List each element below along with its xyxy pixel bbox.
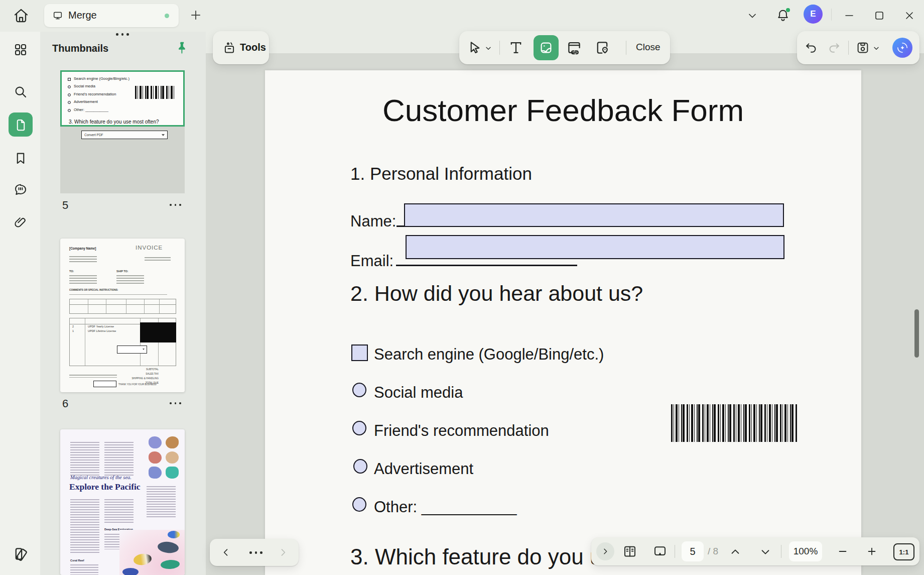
name-input-field[interactable] [404, 203, 784, 227]
ai-assistant-button[interactable] [892, 38, 912, 58]
close-tools-button[interactable]: Close [636, 42, 661, 53]
palette-icon [12, 545, 29, 562]
document-tab[interactable]: Merge [44, 4, 179, 27]
sidebar-item-attachments[interactable] [13, 215, 28, 230]
invoice-total-row: SALES TAX [120, 373, 159, 375]
home-button[interactable] [12, 7, 30, 25]
toolbar-divider [848, 41, 849, 55]
presentation-button[interactable] [652, 544, 668, 559]
option5-radio[interactable] [352, 497, 366, 512]
app-window: { "titlebar": { "tab_label": "Merge", "a… [0, 0, 924, 575]
page-number-input[interactable]: 5 [682, 541, 704, 561]
option3-radio[interactable] [352, 421, 366, 435]
reef-photo [119, 530, 185, 575]
mini-radio [68, 101, 71, 104]
sidebar-item-swatches[interactable] [12, 545, 29, 562]
mini-section3-heading: 3. Which feature do you use most often? [69, 119, 159, 125]
thumbnail-page-5[interactable]: Search engine (Google/Bing/etc.) Social … [60, 70, 185, 193]
text-tool-button[interactable] [507, 39, 524, 56]
thumbnail-page-6[interactable]: [Company Name] INVOICE TO: SHIP TO: COMM… [60, 239, 185, 392]
section2-heading: 2. How did you hear about us? [350, 281, 643, 306]
scrollbar-thumb[interactable] [914, 309, 919, 358]
tools-button-label: Tools [240, 42, 266, 53]
select-tool-button[interactable] [467, 40, 482, 55]
pin-icon [175, 40, 190, 55]
text-placeholder [70, 563, 98, 575]
maximize-icon [873, 10, 885, 22]
image-tool-button[interactable] [534, 35, 559, 60]
option1-checkbox[interactable] [351, 344, 368, 361]
thumb5-more-button[interactable] [170, 204, 181, 206]
zoom-in-button[interactable] [866, 546, 877, 557]
invoice-qty1: 2 [72, 325, 74, 328]
save-options-dropdown[interactable] [872, 44, 880, 52]
chevron-right-icon [601, 547, 609, 555]
maximize-button[interactable] [873, 10, 885, 22]
page-marker-tool-button[interactable] [594, 39, 611, 56]
panel-pin-button[interactable] [175, 40, 190, 55]
expand-bar-button[interactable] [596, 542, 614, 560]
tools-button[interactable]: Tools [213, 31, 269, 64]
redo-button[interactable] [827, 41, 841, 55]
statusbar-divider [781, 545, 781, 558]
fish-illustration [122, 568, 139, 575]
save-button[interactable] [855, 40, 870, 55]
prev-page-button[interactable] [730, 546, 741, 557]
text-placeholder [69, 255, 97, 262]
notifications-button[interactable] [775, 8, 790, 23]
thumb5-offscreen-region: Convert PDF [60, 127, 185, 193]
panel-resize-handle[interactable] [116, 33, 129, 36]
edit-toolbar: Close [459, 31, 670, 64]
sidebar-item-thumbnails[interactable] [9, 112, 33, 137]
mini-dropdown-field: Convert PDF [81, 131, 168, 139]
titlebar-divider [831, 9, 832, 21]
email-input-field[interactable] [406, 235, 784, 259]
coral-illustration [166, 467, 179, 479]
more-pages-button[interactable] [249, 551, 262, 554]
text-placeholder [69, 274, 97, 285]
sidebar-item-search[interactable] [13, 84, 28, 99]
minimize-button[interactable] [843, 10, 855, 22]
mini-option-label: Search engine (Google/Bing/etc.) [74, 76, 129, 81]
prev-panel-button[interactable] [221, 547, 231, 557]
new-tab-button[interactable] [189, 8, 203, 22]
tab-label: Merge [68, 10, 97, 21]
zoom-out-button[interactable] [837, 546, 848, 557]
actual-size-button[interactable]: 1:1 [893, 543, 914, 560]
sidebar-item-bookmarks[interactable] [13, 151, 28, 166]
fish-illustration [168, 531, 180, 538]
option4-radio[interactable] [353, 459, 367, 474]
thumb6-more-button[interactable] [170, 402, 181, 404]
invoice-to-label: TO: [69, 270, 74, 273]
zoom-level-input[interactable]: 100% [789, 541, 822, 561]
next-page-button[interactable] [760, 546, 771, 557]
invoice-company: [Company Name] [69, 247, 96, 250]
sidebar-item-comments[interactable] [13, 182, 28, 197]
fish-illustration [133, 553, 153, 566]
magazine-subhead-2: Coral Reef [70, 559, 84, 562]
thumbnail-page-7[interactable]: Magical creatures of the sea. Explore th… [60, 429, 185, 575]
option2-radio[interactable] [352, 383, 366, 397]
redo-icon [827, 41, 841, 55]
image-tool-icon [539, 40, 554, 55]
sidebar-item-grid[interactable] [13, 42, 28, 57]
option4-label: Advertisement [374, 460, 473, 478]
reading-view-button[interactable] [622, 544, 637, 559]
titlebar-dropdown-button[interactable] [746, 10, 758, 22]
close-window-button[interactable] [903, 10, 915, 22]
minimize-icon [843, 10, 855, 22]
next-panel-button[interactable] [278, 547, 288, 557]
text-placeholder [69, 373, 117, 378]
invoice-thanks: THANK YOU FOR YOUR BUSINESS! [118, 383, 157, 386]
file-actions-toolbar [797, 31, 919, 64]
invoice-item1: UPDF Yearly License [88, 325, 114, 328]
undo-button[interactable] [804, 41, 818, 55]
avatar[interactable]: E [804, 5, 823, 24]
email-underscore-line [396, 265, 577, 266]
select-tool-dropdown[interactable] [484, 44, 492, 52]
link-tool-button[interactable] [566, 39, 583, 56]
invoice-table-1 [69, 299, 176, 314]
text-placeholder [104, 498, 134, 524]
invoice-qty2: 1 [72, 329, 74, 332]
thumb5-page-number: 5 [62, 199, 68, 212]
